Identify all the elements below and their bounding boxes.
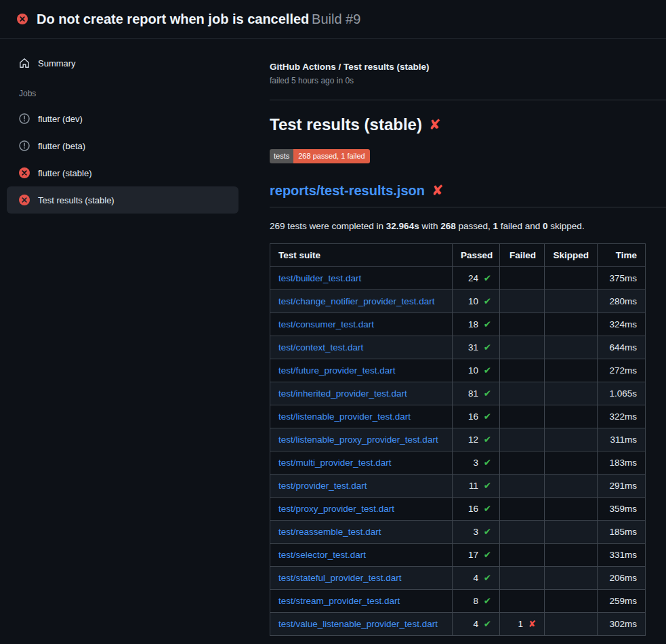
- check-icon: ✔: [484, 550, 491, 560]
- time-cell: 322ms: [598, 405, 646, 428]
- check-icon: ✔: [484, 619, 491, 629]
- table-row: test/context_test.dart 31 ✔ 644ms: [270, 336, 646, 359]
- time-cell: 359ms: [598, 498, 646, 521]
- failed-cell: [500, 567, 545, 590]
- sidebar-item-label: Test results (stable): [38, 195, 115, 205]
- table-row: test/value_listenable_provider_test.dart…: [270, 613, 646, 636]
- sidebar-item-flutter-dev[interactable]: flutter (dev): [7, 105, 238, 132]
- time-cell: 311ms: [598, 428, 646, 451]
- skipped-cell: [545, 359, 598, 382]
- check-icon: ✔: [484, 596, 491, 606]
- section-title: Test results (stable) ✘: [270, 115, 666, 134]
- report-file-link[interactable]: reports/test-results.json: [270, 183, 425, 199]
- home-icon: [19, 58, 30, 68]
- table-row: test/stateful_provider_test.dart 4 ✔ 206…: [270, 567, 646, 590]
- check-icon: ✔: [484, 527, 491, 537]
- check-icon: ✔: [484, 296, 491, 306]
- sidebar-item-flutter-beta[interactable]: flutter (beta): [7, 132, 238, 159]
- sidebar-item-summary[interactable]: Summary: [7, 49, 238, 77]
- failed-cell: [500, 382, 545, 405]
- passed-cell: 24 ✔: [453, 267, 500, 290]
- table-row: test/provider_test.dart 11 ✔ 291ms: [270, 475, 646, 498]
- time-cell: 272ms: [598, 359, 646, 382]
- suite-cell: test/listenable_proxy_provider_test.dart: [270, 428, 453, 451]
- alert-circle-icon: [19, 113, 30, 124]
- test-suite-link[interactable]: test/selector_test.dart: [278, 550, 366, 560]
- check-icon: ✔: [484, 481, 491, 491]
- skipped-cell: [545, 498, 598, 521]
- test-suite-link[interactable]: test/value_listenable_provider_test.dart: [278, 619, 438, 629]
- report-heading: reports/test-results.json ✘: [270, 182, 666, 207]
- suite-cell: test/future_provider_test.dart: [270, 359, 453, 382]
- passed-cell: 31 ✔: [453, 336, 500, 359]
- failed-x-icon: ✘: [432, 182, 444, 199]
- suite-cell: test/listenable_provider_test.dart: [270, 405, 453, 428]
- check-icon: ✔: [484, 435, 491, 445]
- page-title: Do not create report when job is cancell…: [37, 12, 309, 26]
- suite-cell: test/multi_provider_test.dart: [270, 451, 453, 475]
- sidebar-item-label: flutter (dev): [38, 114, 83, 124]
- tests-status-badge: tests 268 passed, 1 failed: [270, 149, 370, 163]
- failed-cell: [500, 590, 545, 613]
- build-number: Build #9: [312, 12, 360, 26]
- skipped-cell: [545, 475, 598, 498]
- skipped-cell: [545, 313, 598, 336]
- test-suite-link[interactable]: test/proxy_provider_test.dart: [278, 504, 394, 514]
- test-suite-link[interactable]: test/stream_provider_test.dart: [278, 596, 400, 606]
- sidebar-item-test-results-stable[interactable]: Test results (stable): [7, 186, 238, 214]
- time-cell: 185ms: [598, 521, 646, 544]
- failed-x-icon: ✘: [429, 117, 441, 133]
- skipped-cell: [545, 290, 598, 313]
- test-suite-link[interactable]: test/change_notifier_provider_test.dart: [278, 296, 434, 306]
- col-header-passed: Passed: [453, 244, 500, 267]
- failed-cell: [500, 498, 545, 521]
- check-icon: ✔: [484, 319, 491, 329]
- test-suite-link[interactable]: test/builder_test.dart: [278, 273, 361, 283]
- time-cell: 259ms: [598, 590, 646, 613]
- x-circle-icon: [19, 195, 30, 205]
- check-icon: ✔: [484, 411, 491, 422]
- table-row: test/future_provider_test.dart 10 ✔ 272m…: [270, 359, 646, 382]
- failed-cell: [500, 451, 545, 475]
- time-cell: 1.065s: [598, 382, 646, 405]
- suite-cell: test/change_notifier_provider_test.dart: [270, 290, 453, 313]
- test-suite-link[interactable]: test/provider_test.dart: [278, 481, 367, 491]
- failed-cell: [500, 313, 545, 336]
- badge-value: 268 passed, 1 failed: [293, 149, 369, 163]
- check-icon: ✔: [484, 342, 491, 353]
- passed-cell: 16 ✔: [453, 405, 500, 428]
- test-suite-link[interactable]: test/multi_provider_test.dart: [278, 458, 392, 468]
- passed-cell: 10 ✔: [453, 359, 500, 382]
- time-cell: 183ms: [598, 451, 646, 475]
- time-cell: 206ms: [598, 567, 646, 590]
- x-circle-icon: [17, 14, 28, 24]
- skipped-cell: [545, 613, 598, 636]
- test-suite-link[interactable]: test/listenable_proxy_provider_test.dart: [278, 435, 438, 445]
- test-suite-link[interactable]: test/context_test.dart: [278, 342, 363, 353]
- passed-cell: 3 ✔: [453, 451, 500, 475]
- test-suite-link[interactable]: test/inherited_provider_test.dart: [278, 388, 407, 399]
- test-summary-line: 269 tests were completed in 32.964s with…: [270, 221, 666, 231]
- col-header-skipped: Skipped: [545, 244, 598, 267]
- check-icon: ✔: [484, 504, 491, 514]
- main-content: GitHub Actions / Test results (stable) f…: [249, 39, 666, 644]
- skipped-cell: [545, 521, 598, 544]
- suite-cell: test/reassemble_test.dart: [270, 521, 453, 544]
- check-icon: ✔: [484, 273, 491, 283]
- test-results-table: Test suite Passed Failed Skipped Time te…: [270, 243, 646, 636]
- test-suite-link[interactable]: test/listenable_provider_test.dart: [278, 411, 411, 422]
- failed-cell: [500, 521, 545, 544]
- test-suite-link[interactable]: test/future_provider_test.dart: [278, 365, 396, 376]
- breadcrumb: GitHub Actions / Test results (stable): [270, 62, 666, 72]
- table-row: test/reassemble_test.dart 3 ✔ 185ms: [270, 521, 646, 544]
- sidebar-item-flutter-stable[interactable]: flutter (stable): [7, 159, 238, 186]
- skipped-cell: [545, 382, 598, 405]
- failed-cell: [500, 290, 545, 313]
- skipped-cell: [545, 336, 598, 359]
- test-suite-link[interactable]: test/reassemble_test.dart: [278, 527, 381, 537]
- time-cell: 291ms: [598, 475, 646, 498]
- test-suite-link[interactable]: test/consumer_test.dart: [278, 319, 374, 329]
- failed-cell: [500, 267, 545, 290]
- test-suite-link[interactable]: test/stateful_provider_test.dart: [278, 573, 402, 583]
- sidebar-item-label: flutter (stable): [38, 168, 91, 178]
